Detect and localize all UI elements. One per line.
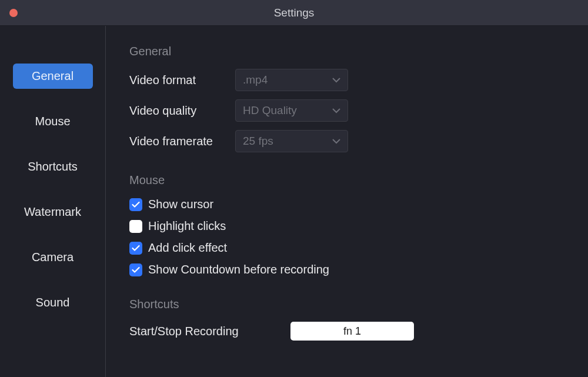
row-video-quality: Video quality HD Quality <box>129 99 564 122</box>
sidebar-item-camera[interactable]: Camera <box>13 245 93 270</box>
row-show-countdown: Show Countdown before recording <box>129 263 564 276</box>
label-highlight-clicks: Highlight clicks <box>148 219 226 233</box>
label-video-quality: Video quality <box>129 104 235 118</box>
section-shortcuts: Shortcuts Start/Stop Recording fn 1 <box>129 298 564 341</box>
label-show-countdown: Show Countdown before recording <box>148 263 329 276</box>
row-add-click-effect: Add click effect <box>129 241 564 255</box>
section-general: General Video format .mp4 Video quality … <box>129 45 564 152</box>
row-show-cursor: Show cursor <box>129 198 564 211</box>
content-area: General Mouse Shortcuts Watermark Camera… <box>0 26 588 377</box>
label-video-framerate: Video framerate <box>129 135 235 148</box>
label-add-click-effect: Add click effect <box>148 241 227 255</box>
row-start-stop-recording: Start/Stop Recording fn 1 <box>129 322 564 341</box>
select-video-framerate-value: 25 fps <box>243 135 340 148</box>
input-start-stop-recording[interactable]: fn 1 <box>290 322 414 341</box>
label-show-cursor: Show cursor <box>148 198 213 211</box>
label-start-stop-recording: Start/Stop Recording <box>129 325 273 338</box>
settings-main-panel: General Video format .mp4 Video quality … <box>106 26 588 377</box>
checkbox-show-countdown[interactable] <box>129 263 142 276</box>
select-video-framerate[interactable]: 25 fps <box>235 130 348 152</box>
select-video-quality-value: HD Quality <box>243 104 340 117</box>
settings-sidebar: General Mouse Shortcuts Watermark Camera… <box>0 26 106 377</box>
row-highlight-clicks: Highlight clicks <box>129 219 564 233</box>
close-window-button[interactable] <box>9 9 18 17</box>
section-mouse: Mouse Show cursor Highlight clicks Add c… <box>129 174 564 276</box>
sidebar-item-shortcuts[interactable]: Shortcuts <box>13 154 93 179</box>
window-titlebar: Settings <box>0 0 588 26</box>
checkbox-show-cursor[interactable] <box>129 198 142 211</box>
sidebar-item-mouse[interactable]: Mouse <box>13 109 93 134</box>
section-heading-shortcuts: Shortcuts <box>129 298 564 311</box>
window-traffic-lights <box>9 9 18 17</box>
row-video-format: Video format .mp4 <box>129 69 564 91</box>
select-video-format[interactable]: .mp4 <box>235 69 348 91</box>
select-video-quality[interactable]: HD Quality <box>235 99 348 122</box>
chevron-down-icon <box>332 138 340 144</box>
sidebar-item-watermark[interactable]: Watermark <box>13 199 93 225</box>
checkbox-highlight-clicks[interactable] <box>129 220 142 233</box>
chevron-down-icon <box>332 108 340 114</box>
chevron-down-icon <box>332 77 340 83</box>
label-video-format: Video format <box>129 74 235 87</box>
window-title: Settings <box>0 6 588 19</box>
row-video-framerate: Video framerate 25 fps <box>129 130 564 152</box>
sidebar-item-general[interactable]: General <box>13 64 93 89</box>
sidebar-item-sound[interactable]: Sound <box>13 290 93 315</box>
section-heading-general: General <box>129 45 564 58</box>
section-heading-mouse: Mouse <box>129 174 564 187</box>
checkbox-add-click-effect[interactable] <box>129 242 142 255</box>
select-video-format-value: .mp4 <box>243 74 340 86</box>
